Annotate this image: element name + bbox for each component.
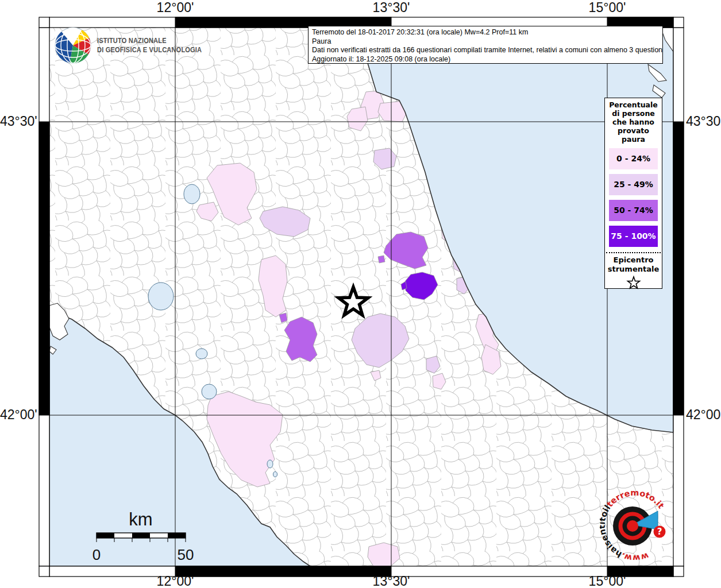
- ingv-globe-icon: [54, 26, 92, 64]
- epicenter-star-icon: [605, 275, 662, 292]
- lon-label-top-15: 15°00': [589, 0, 626, 16]
- haisentitoilterremoto-logo: ? www.haisentitoilterremoto.it: [600, 488, 672, 566]
- legend-epicenter-label: Epicentro strumentale: [605, 253, 662, 274]
- scale-unit-label: km: [129, 509, 152, 529]
- lat-label-left-42: 42°00': [0, 407, 37, 423]
- lat-label-right-42: 42°00': [686, 407, 721, 423]
- lat-label-right-4330: 43°30': [686, 114, 721, 129]
- event-title: Terremoto del 18-01-2017 20:32:31 (ora l…: [312, 28, 659, 37]
- lon-label-bottom-12: 12°00': [157, 574, 194, 588]
- event-updated-at: Aggiornato il: 18-12-2025 09:08 (ora loc…: [312, 55, 659, 64]
- lon-label-top-12: 12°00': [157, 0, 194, 16]
- ingv-logo: ISTITUTO NAZIONALE DI GEOFISICA E VULCAN…: [54, 26, 220, 64]
- target-center-dot: [627, 520, 638, 532]
- lon-label-bottom-15: 15°00': [589, 574, 626, 588]
- question-badge-text: ?: [657, 527, 662, 537]
- legend-class-2: 50 - 74%: [609, 200, 658, 221]
- legend: Percentuale di persone che hanno provato…: [604, 98, 662, 289]
- felt-report-map: km 0 50 12°00' 13°30' 15°00' 12°00' 13°3…: [0, 0, 721, 588]
- lat-label-left-4330: 43°30': [0, 114, 37, 129]
- map-interior: [49, 28, 673, 566]
- scale-end-label: 50: [178, 546, 194, 563]
- lon-label-top-1330: 13°30': [373, 0, 410, 16]
- event-data-note: Dati non verificati estratti da 166 ques…: [312, 46, 659, 55]
- lon-label-bottom-1330: 13°30': [373, 574, 410, 588]
- scale-start-label: 0: [92, 546, 101, 563]
- legend-class-1: 25 - 49%: [609, 174, 658, 195]
- legend-class-3: 75 - 100%: [609, 226, 658, 247]
- event-info-box: Terremoto del 18-01-2017 20:32:31 (ora l…: [308, 26, 663, 64]
- ingv-logo-text: ISTITUTO NAZIONALE DI GEOFISICA E VULCAN…: [97, 36, 202, 55]
- legend-class-0: 0 - 24%: [609, 148, 658, 169]
- legend-title: Percentuale di persone che hanno provato…: [605, 98, 662, 144]
- event-parameter: Paura: [312, 37, 659, 47]
